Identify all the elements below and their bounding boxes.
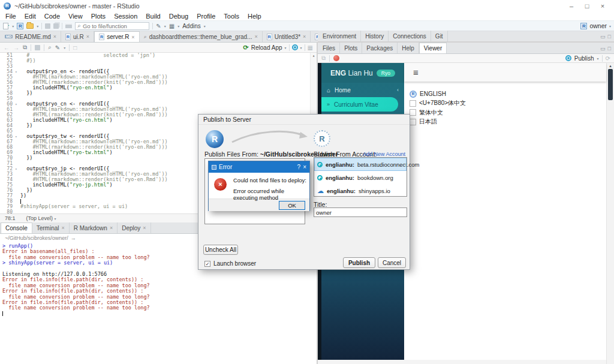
publish-icon[interactable] <box>292 44 298 50</box>
account-item[interactable]: ☁englianhu:shinyapps.io <box>314 184 407 197</box>
error-help-button[interactable]: ? <box>297 164 301 170</box>
scroll-up-icon[interactable]: ▴ <box>311 53 317 59</box>
addins-menu[interactable]: Addins <box>182 23 201 29</box>
console-tab-deploy[interactable]: Deploy× <box>118 222 151 233</box>
reload-dropdown-icon[interactable]: ▾ <box>285 46 287 50</box>
language-option[interactable]: 繁体中文 <box>410 108 606 118</box>
print-icon[interactable] <box>65 23 72 28</box>
pane-minimize-icon[interactable]: ▭ <box>600 34 606 40</box>
tab-close-icon[interactable]: × <box>62 225 65 231</box>
fold-marker-icon[interactable]: ▾ <box>15 166 20 172</box>
menu-item-code[interactable]: Code <box>40 13 64 20</box>
collapse-chevron-icon[interactable]: ‹ <box>397 87 399 93</box>
code-tools-dropdown-icon[interactable]: ▾ <box>64 46 65 50</box>
tab-close-icon[interactable]: × <box>53 34 56 40</box>
title-input[interactable] <box>314 207 407 217</box>
workspace-icon[interactable]: ✎ <box>156 23 161 29</box>
filespane-tab-viewer[interactable]: Viewer <box>419 43 447 53</box>
viewer-scrollbar[interactable]: ▴ <box>606 63 614 364</box>
reload-app-icon[interactable]: ⟳ <box>243 44 249 52</box>
reload-app-label[interactable]: Reload App <box>251 44 282 51</box>
open-file-dropdown-icon[interactable]: ▾ <box>37 24 38 28</box>
new-file-dropdown-icon[interactable]: ▾ <box>12 24 14 28</box>
tab-close-icon[interactable]: × <box>143 225 146 231</box>
goto-file-input[interactable] <box>83 23 147 29</box>
new-file-icon[interactable]: + <box>3 23 9 29</box>
viewer-refresh-icon[interactable]: ⟳ <box>606 55 610 62</box>
forward-icon[interactable]: → <box>13 44 19 51</box>
menu-item-session[interactable]: Session <box>110 13 142 20</box>
filespane-tab-files[interactable]: Files <box>318 43 340 53</box>
filespane-tab-packages[interactable]: Packages <box>362 43 398 53</box>
viewer-scroll-up-icon[interactable]: ▴ <box>607 63 614 69</box>
envpane-tab-history[interactable]: History <box>361 31 389 41</box>
source-outline-icon[interactable]: ▦ <box>308 44 313 51</box>
console-tab-terminal[interactable]: Terminal× <box>32 222 70 233</box>
publish-button[interactable]: Publish <box>343 257 375 268</box>
ok-button[interactable]: OK <box>279 201 305 210</box>
tab-close-icon[interactable]: × <box>131 34 134 40</box>
launch-browser-checkbox[interactable]: ✓ <box>204 261 210 267</box>
fold-marker-icon[interactable]: ▾ <box>15 134 20 139</box>
sidebar-item-curriculum-vitae[interactable]: »Curriculum Vitae <box>321 97 398 112</box>
launch-browser-option[interactable]: ✓ Launch browser <box>204 260 256 267</box>
language-checkbox[interactable] <box>410 109 416 116</box>
account-item[interactable]: englianhu:beta.rstudioconnect.com <box>314 158 407 171</box>
uncheck-all-button[interactable]: Uncheck All <box>203 245 238 255</box>
code-tools-icon[interactable]: ✎ <box>55 44 60 51</box>
menu-item-edit[interactable]: Edit <box>20 13 40 20</box>
back-icon[interactable]: ← <box>4 44 10 51</box>
menu-item-build[interactable]: Build <box>142 13 164 20</box>
tab-close-icon[interactable]: × <box>254 34 257 40</box>
fold-marker-icon[interactable]: ▾ <box>15 101 20 107</box>
panes-grid-icon[interactable]: ▦ <box>169 23 174 29</box>
save-all-icon[interactable] <box>53 23 59 29</box>
open-file-icon[interactable] <box>26 23 34 29</box>
language-checkbox[interactable] <box>410 119 416 125</box>
editor-tab-readme-md[interactable]: MDREADME.md× <box>1 31 61 42</box>
find-icon[interactable]: ⌕ <box>48 44 52 51</box>
filespane-tab-plots[interactable]: Plots <box>340 43 362 53</box>
panes-dropdown-icon[interactable]: ▾ <box>177 24 179 28</box>
viewer-publish-label[interactable]: Publish <box>574 55 594 62</box>
menu-item-tools[interactable]: Tools <box>219 13 243 20</box>
addins-dropdown-icon[interactable]: ▾ <box>204 24 206 28</box>
publish-dropdown-icon[interactable]: ▾ <box>300 46 302 50</box>
window-minimize-button[interactable]: – <box>564 2 579 10</box>
envpane-tab-git[interactable]: Git <box>431 31 448 41</box>
console-tab-r-markdown[interactable]: R Markdown× <box>70 222 118 233</box>
tab-close-icon[interactable]: × <box>303 34 306 40</box>
pane-minimize-icon[interactable]: ▭ <box>600 46 606 52</box>
workspace-dropdown-icon[interactable]: ▾ <box>164 24 166 28</box>
pane-maximize-icon[interactable]: □ <box>608 34 611 40</box>
add-new-account-link[interactable]: Add New Account <box>363 151 405 157</box>
pane-maximize-icon[interactable]: □ <box>608 46 611 52</box>
popout-icon[interactable]: ⧉ <box>23 44 27 51</box>
language-option[interactable]: <U+7B80>体中文 <box>410 99 606 109</box>
compile-report-icon[interactable]: □ <box>73 44 77 51</box>
envpane-tab-connections[interactable]: Connections <box>389 31 431 41</box>
viewer-popout-icon[interactable]: ⧉ <box>321 55 326 62</box>
menu-item-debug[interactable]: Debug <box>165 13 192 20</box>
sidebar-item-home[interactable]: ⌂Home‹ <box>321 83 404 97</box>
viewer-publish-dropdown-icon[interactable]: ▾ <box>597 56 599 61</box>
editor-tab-server-r[interactable]: Rserver.R× <box>94 31 140 42</box>
fold-marker-icon[interactable]: ▾ <box>15 69 20 74</box>
console-tab-console[interactable]: Console <box>1 222 32 233</box>
account-item[interactable]: englianhu:bookdown.org <box>314 171 407 184</box>
window-maximize-button[interactable]: □ <box>579 2 595 10</box>
save-icon[interactable] <box>45 23 50 29</box>
sidebar-toggle-icon[interactable]: ≡ <box>413 67 419 77</box>
viewer-hscrollbar[interactable] <box>318 360 606 364</box>
editor-tab-dashboardthemes-theme-blue-grad-[interactable]: ⌕dashboardthemes::theme_blue_grad...× <box>140 31 263 42</box>
new-project-icon[interactable]: R <box>17 23 23 29</box>
viewer-publish-icon[interactable] <box>565 55 571 61</box>
editor-tab-untitled3-[interactable]: RUntitled3*× <box>263 31 311 42</box>
viewer-scroll-thumb[interactable] <box>608 69 613 100</box>
menu-item-profile[interactable]: Profile <box>192 13 219 20</box>
editor-tab-ui-r[interactable]: Rui.R× <box>61 31 94 42</box>
menu-item-file[interactable]: File <box>1 13 20 20</box>
filespane-tab-help[interactable]: Help <box>398 43 419 53</box>
language-checkbox[interactable] <box>410 100 416 107</box>
language-option[interactable]: RENGLISH <box>410 89 606 99</box>
